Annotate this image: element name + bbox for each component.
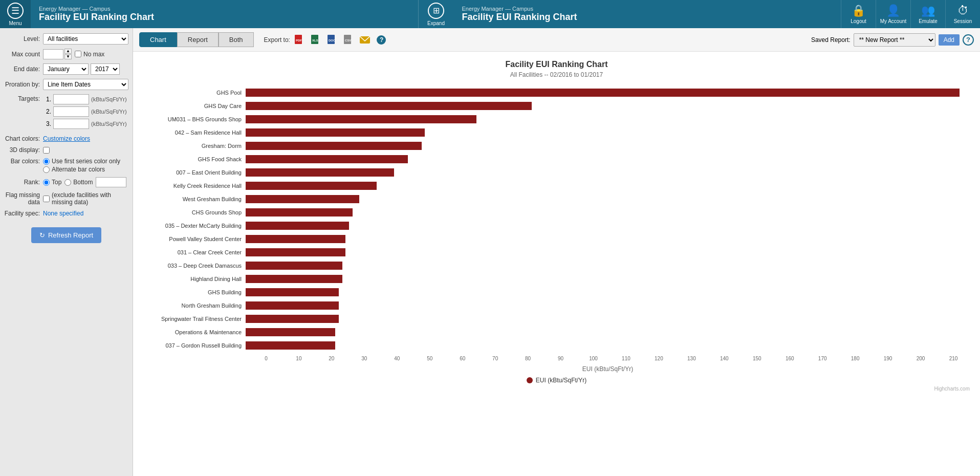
x-tick: 0 [250,356,282,361]
bar-label: CHS Grounds Shop [143,209,246,215]
target-1-input[interactable] [53,94,89,104]
x-tick: 200 [904,356,937,361]
bar-label: Springwater Trail Fitness Center [143,316,246,322]
bar-chart: GHS PoolGHS Day CareUM031 – BHS Grounds … [143,86,970,353]
bar-row: Springwater Trail Fitness Center [143,313,970,325]
tab-both[interactable]: Both [219,32,254,47]
rank-bottom-radio[interactable] [64,179,71,186]
bar-label: UM031 – BHS Grounds Shop [143,116,246,122]
bar-fill [246,235,345,243]
decrement-button[interactable]: ▼ [64,54,72,59]
bar-label: 033 – Deep Creek Damascus [143,263,246,269]
bar-fill [246,155,408,163]
level-select[interactable]: All facilities Building Campus [43,33,128,45]
export-excel-button[interactable]: XLS [309,33,323,47]
x-tick: 10 [282,356,315,361]
proration-select[interactable]: Line Item Dates Billing Period [43,79,128,90]
legend-dot [527,377,533,383]
bar-label: Powell Valley Student Center [143,236,246,242]
target-3-row: 3. (kBtu/SqFt/Yr) [43,119,127,129]
export-help-button[interactable]: ? [374,33,388,47]
bar-row: Powell Valley Student Center [143,233,970,245]
export-email-button[interactable] [358,33,372,47]
display-3d-checkbox[interactable] [43,147,50,154]
increment-button[interactable]: ▲ [64,49,72,54]
highcharts-credit: Highcharts.com [143,386,970,392]
bar-colors-row: Bar colors: Use first series color only … [4,158,128,173]
saved-report-label: Saved Report: [811,36,851,44]
rank-top-radio[interactable] [43,179,50,186]
menu-button[interactable]: ☰ Menu [0,0,31,28]
bar-label: Operations & Maintenance [143,329,246,335]
x-axis-label: EUI (kBtu/SqFt/Yr) [246,365,970,373]
saved-report-select[interactable]: ** New Report ** [854,33,935,47]
x-tick: 30 [348,356,381,361]
no-max-label[interactable]: No max [75,51,104,58]
customize-colors-link[interactable]: Customize colors [43,135,90,142]
app-title-left: Facility EUI Ranking Chart [39,12,410,23]
export-section: Export to: PDF XLS DOC CSV ? [264,33,388,47]
x-tick: 170 [806,356,839,361]
add-report-button[interactable]: Add [939,34,960,46]
tab-report[interactable]: Report [177,32,219,47]
bar-fill [246,248,345,256]
my-account-button[interactable]: 👤 My Account [876,0,910,28]
chart-content: Facility EUI Ranking Chart All Facilitie… [133,52,980,476]
legend-label: EUI (kBtu/SqFt/Yr) [536,377,586,384]
bar-track [246,341,970,350]
refresh-report-button[interactable]: ↻ Refresh Report [31,227,101,243]
bar-color-option2-label[interactable]: Alternate bar colors [43,166,120,173]
bar-track [246,155,970,163]
chart-area: Chart Report Both Export to: PDF XLS DOC… [133,28,980,476]
max-count-row: Max count 20 ▲ ▼ No max [4,49,128,59]
account-icon: 👤 [886,4,900,17]
year-select[interactable]: 201420152016 20172018 [91,63,120,75]
max-count-input[interactable]: 20 [43,49,63,59]
bar-track [246,328,970,336]
display-3d-row: 3D display: [4,146,128,154]
month-select[interactable]: JanuaryFebruaryMarch AprilMayJune JulyAu… [43,63,89,75]
emulate-icon: 👥 [921,4,935,17]
expand-button[interactable]: ⊞ Expand [418,0,454,28]
bar-color-radio1[interactable] [43,158,50,165]
bar-fill [246,222,349,230]
bar-track [246,102,970,110]
bar-track [246,235,970,243]
expand-label: Expand [427,20,445,26]
rank-bottom-label[interactable]: Bottom [64,179,93,186]
bar-track [246,142,970,150]
export-pdf-button[interactable]: PDF [292,33,307,47]
rank-value-input[interactable] [96,177,126,187]
bar-track [246,195,970,203]
flag-checkbox[interactable] [43,196,50,202]
no-max-checkbox[interactable] [75,51,81,57]
bar-fill [246,262,342,270]
x-tick: 60 [446,356,479,361]
facility-spec-link[interactable]: None specified [43,210,83,217]
export-csv-button[interactable]: CSV [341,33,356,47]
rank-row: Rank: Top Bottom [4,177,128,187]
saved-report-help-button[interactable]: ? [963,34,974,46]
export-word-button[interactable]: DOC [325,33,339,47]
flag-checkbox-label[interactable]: (exclude facilities with missing data) [43,191,128,206]
emulate-button[interactable]: 👥 Emulate [910,0,945,28]
bar-fill [246,142,422,150]
menu-label: Menu [9,20,21,26]
flag-label: Flag missingdata [4,191,40,206]
bar-color-option1-label[interactable]: Use first series color only [43,158,120,165]
bar-label: West Gresham Building [143,196,246,202]
target-2-num: 2. [43,108,51,115]
x-tick: 120 [642,356,675,361]
rank-top-label[interactable]: Top [43,179,61,186]
logout-button[interactable]: 🔒 Logout [841,0,876,28]
bar-color-radio2[interactable] [43,166,50,173]
tab-chart[interactable]: Chart [139,32,177,47]
target-2-input[interactable] [53,106,89,117]
x-tick: 130 [675,356,708,361]
menu-icon: ☰ [7,3,24,19]
chart-title: Facility EUI Ranking Chart [143,60,970,69]
x-tick: 90 [545,356,577,361]
session-button[interactable]: ⏱ Session [945,0,980,28]
bar-fill [246,341,335,350]
target-3-input[interactable] [53,119,89,129]
